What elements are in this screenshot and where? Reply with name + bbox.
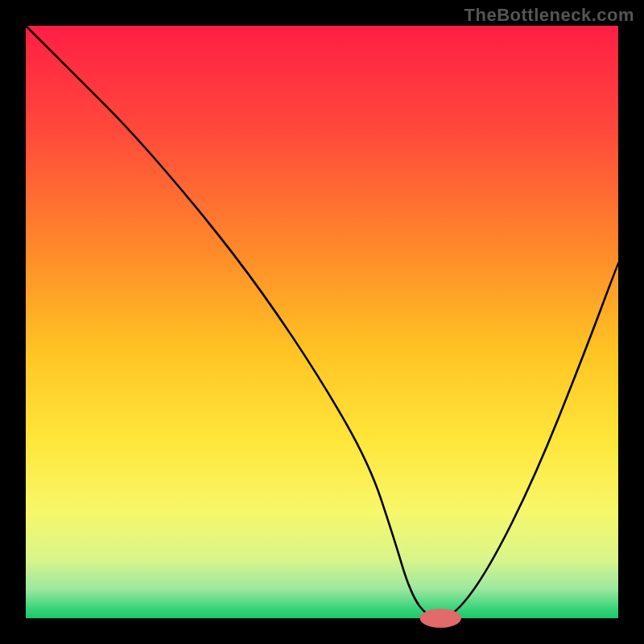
optimal-marker [419, 609, 461, 628]
watermark-text: TheBottleneck.com [464, 5, 634, 26]
chart-frame: TheBottleneck.com [0, 0, 644, 644]
bottleneck-chart [0, 0, 644, 644]
